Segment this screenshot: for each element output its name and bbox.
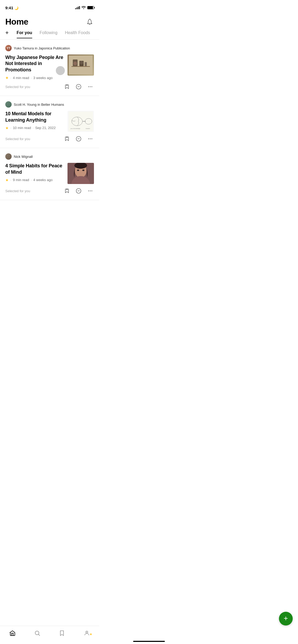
time-ago: 4 weeks ago xyxy=(33,178,53,182)
svg-point-39 xyxy=(92,191,92,191)
dislike-button[interactable] xyxy=(75,83,82,90)
in-text: in xyxy=(38,103,41,107)
svg-text:master: master xyxy=(85,128,90,130)
more-options-button[interactable] xyxy=(87,83,94,90)
svg-point-24 xyxy=(88,139,89,139)
article-footer: Selected for you xyxy=(5,187,94,195)
tab-health-foods[interactable]: Health Foods xyxy=(61,30,94,38)
audio-play-indicator xyxy=(56,66,65,75)
article-card[interactable]: Scott H. Young in Better Humans 10 Menta… xyxy=(0,96,99,148)
author-text: Scott H. Young in Better Humans xyxy=(14,103,64,107)
selected-label: Selected for you xyxy=(5,189,30,193)
dislike-button[interactable] xyxy=(75,135,82,142)
article-title: Why Japanese People Are Not Interested i… xyxy=(5,54,63,73)
tab-following[interactable]: Following xyxy=(36,30,61,38)
svg-point-4 xyxy=(73,62,77,65)
author-line: YT Yuko Tamura in Japonica Publication xyxy=(5,45,94,51)
svg-point-11 xyxy=(88,86,89,87)
svg-rect-6 xyxy=(85,62,87,66)
read-time: 4 min read xyxy=(13,76,29,80)
svg-rect-1 xyxy=(71,66,90,67)
bookmark-button[interactable] xyxy=(63,83,71,90)
article-meta: ★ · 4 min read · 3 weeks ago xyxy=(5,76,63,80)
dislike-button[interactable] xyxy=(75,187,82,195)
article-footer: Selected for you xyxy=(5,135,94,142)
star-icon: ★ xyxy=(5,126,9,130)
article-thumbnail xyxy=(67,163,94,184)
read-time: 10 min read xyxy=(13,126,31,130)
author-avatar xyxy=(5,153,12,160)
svg-point-26 xyxy=(92,139,92,139)
article-actions xyxy=(63,83,94,90)
article-meta: ★ · 10 min read · Sep 21, 2022 xyxy=(5,126,63,130)
article-title: 10 Mental Models for Learning Anything xyxy=(5,111,63,123)
author-avatar: YT xyxy=(5,45,12,51)
selected-label: Selected for you xyxy=(5,85,30,89)
article-text: Why Japanese People Are Not Interested i… xyxy=(5,54,63,80)
article-card[interactable]: Nick Wignall 4 Simple Habits for Peace o… xyxy=(0,148,99,200)
tab-for-you[interactable]: For you xyxy=(13,30,36,38)
svg-point-25 xyxy=(90,139,91,139)
author-name: Scott H. Young xyxy=(14,103,37,107)
author-line: Scott H. Young in Better Humans xyxy=(5,101,94,108)
article-text: 10 Mental Models for Learning Anything ★… xyxy=(5,111,63,130)
svg-point-13 xyxy=(92,86,92,87)
articles-list: YT Yuko Tamura in Japonica Publication W… xyxy=(0,40,99,224)
wifi-icon xyxy=(82,6,86,10)
battery-icon xyxy=(87,6,94,9)
read-time: 9 min read xyxy=(13,178,29,182)
status-icons xyxy=(75,6,94,10)
article-footer: Selected for you xyxy=(5,83,94,90)
bookmark-button[interactable] xyxy=(63,135,71,142)
star-icon: ★ xyxy=(5,178,9,182)
notification-bell-icon[interactable] xyxy=(85,18,94,26)
publication-name: Better Humans xyxy=(41,103,64,107)
article-content: 4 Simple Habits for Peace of Mind ★ · 9 … xyxy=(5,163,94,184)
author-line: Nick Wignall xyxy=(5,153,94,160)
header: Home xyxy=(0,12,99,29)
in-text: in xyxy=(35,46,37,50)
author-text: Nick Wignall xyxy=(14,155,33,159)
star-icon: ★ xyxy=(5,76,9,80)
more-options-button[interactable] xyxy=(87,187,94,195)
status-time: 9:41 🌙 xyxy=(5,6,19,10)
status-bar: 9:41 🌙 xyxy=(0,0,99,12)
article-actions xyxy=(63,187,94,195)
svg-text:you knowledge: you knowledge xyxy=(70,128,80,130)
article-title: 4 Simple Habits for Peace of Mind xyxy=(5,163,63,175)
more-options-button[interactable] xyxy=(87,135,94,142)
bookmark-button[interactable] xyxy=(63,187,71,195)
author-avatar xyxy=(5,101,12,108)
article-text: 4 Simple Habits for Peace of Mind ★ · 9 … xyxy=(5,163,63,182)
article-thumbnail xyxy=(67,54,94,76)
tabs-bar: + For you Following Health Foods xyxy=(0,29,99,40)
selected-label: Selected for you xyxy=(5,137,30,141)
svg-point-12 xyxy=(90,86,91,87)
author-name: Yuko Tamura xyxy=(14,46,34,50)
author-name: Nick Wignall xyxy=(14,155,33,159)
svg-point-37 xyxy=(88,191,89,191)
time-ago: 3 weeks ago xyxy=(33,76,53,80)
article-card[interactable]: YT Yuko Tamura in Japonica Publication W… xyxy=(0,40,99,96)
article-thumbnail: you knowledge master xyxy=(67,111,94,132)
svg-point-31 xyxy=(82,169,84,171)
page-title: Home xyxy=(5,17,28,27)
author-text: Yuko Tamura in Japonica Publication xyxy=(14,46,70,50)
publication-name: Japonica Publication xyxy=(38,46,70,50)
time-ago: Sep 21, 2022 xyxy=(35,126,56,130)
svg-point-38 xyxy=(90,191,91,191)
svg-point-30 xyxy=(77,169,79,171)
add-tab-button[interactable]: + xyxy=(5,29,13,39)
article-content: 10 Mental Models for Learning Anything ★… xyxy=(5,111,94,132)
svg-point-5 xyxy=(80,61,83,65)
article-actions xyxy=(63,135,94,142)
article-meta: ★ · 9 min read · 4 weeks ago xyxy=(5,178,63,182)
signal-bars-icon xyxy=(75,6,80,9)
article-content: Why Japanese People Are Not Interested i… xyxy=(5,54,94,80)
